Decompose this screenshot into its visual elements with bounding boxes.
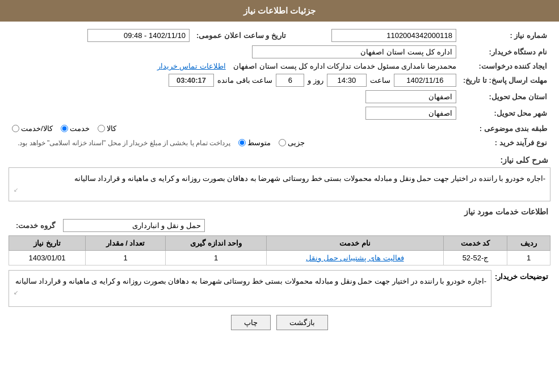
process-note: پرداخت تمام یا بخشی از مبلغ خریدار از مح…	[18, 139, 230, 147]
cell-row-num: 1	[507, 251, 550, 265]
page-header: جزئیات اطلاعات نیاز	[0, 0, 559, 22]
col-row-num: ردیف	[507, 236, 550, 251]
city-value: اصفهان	[365, 107, 456, 120]
service-group-value: حمل و نقل و انبارداری	[63, 219, 205, 232]
service-group-label: گروه خدمت:	[9, 221, 60, 230]
info-table-1: شماره نیاز : 1102004342000118 تاریخ و سا…	[9, 27, 550, 150]
cell-unit: 1	[166, 251, 267, 265]
page-title: جزئیات اطلاعات نیاز	[243, 6, 316, 15]
col-quantity: تعداد / مقدار	[85, 236, 165, 251]
services-section: اطلاعات خدمات مورد نیاز گروه خدمت: حمل و…	[9, 207, 550, 265]
creator-link[interactable]: اطلاعات تماس خریدار	[157, 62, 226, 70]
province-label: استان محل تحویل:	[460, 88, 550, 105]
deadline-day-label: روز و	[308, 76, 323, 85]
need-number-value: 1102004342000118	[331, 29, 456, 42]
date-announce-label: تاریخ و ساعت اعلان عمومی:	[193, 27, 289, 44]
org-name-value: اداره کل پست استان اصفهان	[252, 45, 456, 58]
content-area: شماره نیاز : 1102004342000118 تاریخ و سا…	[0, 22, 559, 342]
table-row: 1 ج-52-52 فعالیت های پشتیبانی حمل ونقل 1…	[9, 251, 550, 265]
buttons-row: بازگشت چاپ	[9, 315, 550, 330]
category-option-kala[interactable]: کالا	[98, 124, 116, 133]
page-wrapper: جزئیات اطلاعات نیاز شماره نیاز : 1102004…	[0, 0, 559, 392]
back-button[interactable]: بازگشت	[276, 315, 328, 330]
cell-service-code: ج-52-52	[443, 251, 507, 265]
description-value: -اجاره خودرو با راننده در اختیار جهت حمل…	[9, 167, 550, 201]
cell-quantity: 1	[85, 251, 165, 265]
deadline-remaining: 03:40:17	[169, 74, 214, 87]
cell-service-name[interactable]: فعالیت های پشتیبانی حمل ونقل	[267, 251, 443, 265]
col-date: تاریخ نیاز	[9, 236, 86, 251]
services-section-label: اطلاعات خدمات مورد نیاز	[9, 207, 550, 216]
deadline-time: 14:30	[327, 74, 367, 87]
process-label: نوع فرآیند خرید :	[460, 136, 550, 150]
deadline-remaining-label: ساعت باقی مانده	[217, 76, 272, 85]
description-section: شرح کلی نیاز: -اجاره خودرو با راننده در …	[9, 155, 550, 201]
cell-date: 1403/01/01	[9, 251, 86, 265]
deadline-time-label: ساعت	[370, 76, 390, 85]
services-table: ردیف کد خدمت نام خدمت واحد اندازه گیری ت…	[9, 235, 550, 265]
description-label: شرح کلی نیاز:	[9, 155, 550, 165]
buyer-desc-row: توضیحات خریدار: -اجاره خودرو با راننده د…	[9, 270, 550, 307]
province-value: اصفهان	[365, 90, 456, 103]
need-number-label: شماره نیاز :	[460, 27, 550, 44]
col-service-name: نام خدمت	[267, 236, 443, 251]
col-service-code: کد خدمت	[443, 236, 507, 251]
deadline-label: مهلت ارسال پاسخ: تا تاریخ:	[460, 72, 550, 88]
category-option-khedmat[interactable]: خدمت	[61, 124, 90, 133]
date-announce-value: 1402/11/10 - 09:48	[87, 29, 190, 42]
creator-label: ایجاد کننده درخواست:	[460, 60, 550, 72]
org-name-label: نام دستگاه خریدار:	[460, 44, 550, 60]
deadline-date: 1402/11/16	[394, 74, 456, 87]
buyer-desc-box: -اجاره خودرو با راننده در اختیار جهت حمل…	[9, 270, 491, 307]
buyer-desc-label: توضیحات خریدار:	[495, 270, 550, 281]
category-option-kala-khedmat[interactable]: کالا/خدمت	[12, 124, 53, 133]
deadline-days: 6	[276, 74, 304, 87]
city-label: شهر محل تحویل:	[460, 105, 550, 121]
category-label: طبقه بندی موضوعی :	[460, 121, 550, 136]
process-option-motavasset[interactable]: متوسط	[238, 138, 271, 147]
print-button[interactable]: چاپ	[231, 315, 271, 330]
service-group-row: گروه خدمت: حمل و نقل و انبارداری	[9, 219, 550, 232]
col-unit: واحد اندازه گیری	[166, 236, 267, 251]
process-option-jozi[interactable]: جزیی	[279, 138, 305, 147]
creator-value: محمدرضا نامداری مسئول خدمات تداركات ادار…	[233, 62, 456, 70]
